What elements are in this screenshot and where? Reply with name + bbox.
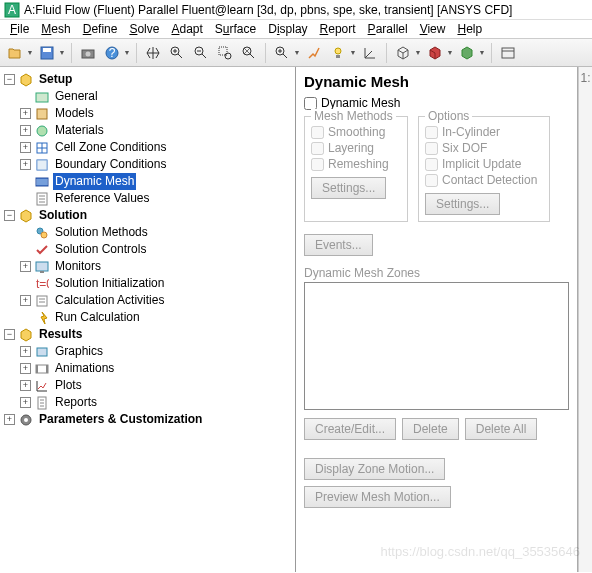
expand-icon[interactable]: + bbox=[20, 261, 31, 272]
expand-icon[interactable]: + bbox=[20, 108, 31, 119]
tree-sm[interactable]: Solution Methods bbox=[53, 224, 150, 241]
tree-gfx[interactable]: Graphics bbox=[53, 343, 105, 360]
tree-general[interactable]: General bbox=[53, 88, 100, 105]
dynamic-mesh-checkbox[interactable]: Dynamic Mesh bbox=[304, 96, 569, 110]
tree-bc[interactable]: Boundary Conditions bbox=[53, 156, 168, 173]
pan-icon[interactable] bbox=[142, 42, 164, 64]
svg-rect-22 bbox=[37, 160, 47, 170]
expand-icon[interactable]: + bbox=[4, 414, 15, 425]
collapse-icon[interactable]: − bbox=[4, 74, 15, 85]
si-icon: t=0 bbox=[34, 276, 50, 292]
panel-title: Dynamic Mesh bbox=[304, 73, 569, 90]
outline-tree[interactable]: − Setup General +Models +Materials +Cell… bbox=[0, 67, 296, 572]
menu-report[interactable]: Report bbox=[320, 22, 356, 36]
save-icon[interactable] bbox=[36, 42, 58, 64]
six-dof-option: Six DOF bbox=[425, 141, 543, 155]
tree-anim[interactable]: Animations bbox=[53, 360, 116, 377]
menu-parallel[interactable]: Parallel bbox=[368, 22, 408, 36]
tree-materials[interactable]: Materials bbox=[53, 122, 106, 139]
wireframe-icon[interactable] bbox=[392, 42, 414, 64]
menu-mesh[interactable]: Mesh bbox=[41, 22, 70, 36]
expand-icon[interactable]: + bbox=[20, 125, 31, 136]
camera-icon[interactable] bbox=[77, 42, 99, 64]
sc-icon bbox=[34, 242, 50, 258]
tree-solution[interactable]: Solution bbox=[37, 207, 89, 224]
tree-params[interactable]: Parameters & Customization bbox=[37, 411, 204, 428]
expand-icon[interactable]: + bbox=[20, 380, 31, 391]
menu-file[interactable]: File bbox=[10, 22, 29, 36]
menu-display[interactable]: Display bbox=[268, 22, 307, 36]
iso-icon[interactable] bbox=[456, 42, 478, 64]
tree-setup[interactable]: Setup bbox=[37, 71, 74, 88]
zoom-box-icon[interactable] bbox=[214, 42, 236, 64]
ref-icon bbox=[34, 191, 50, 207]
save-dropdown[interactable]: ▼ bbox=[58, 49, 66, 56]
zoom-out-icon[interactable] bbox=[190, 42, 212, 64]
tree-dynamic-mesh[interactable]: Dynamic Mesh bbox=[53, 173, 136, 190]
expand-icon[interactable]: + bbox=[20, 159, 31, 170]
light-dropdown[interactable]: ▼ bbox=[349, 49, 357, 56]
run-icon bbox=[34, 310, 50, 326]
help-icon[interactable]: ? bbox=[101, 42, 123, 64]
tree-sc[interactable]: Solution Controls bbox=[53, 241, 148, 258]
zoom-in2-icon[interactable] bbox=[271, 42, 293, 64]
task-panel: Dynamic Mesh Dynamic Mesh Mesh Methods S… bbox=[296, 67, 578, 572]
smoothing-option: Smoothing bbox=[311, 125, 401, 139]
tree-results[interactable]: Results bbox=[37, 326, 84, 343]
open-dropdown[interactable]: ▼ bbox=[26, 49, 34, 56]
events-button: Events... bbox=[304, 234, 373, 256]
zoom2-dropdown[interactable]: ▼ bbox=[293, 49, 301, 56]
collapse-icon[interactable]: − bbox=[4, 329, 15, 340]
menu-surface[interactable]: Surface bbox=[215, 22, 256, 36]
implicit-update-option: Implicit Update bbox=[425, 157, 543, 171]
wireframe-dropdown[interactable]: ▼ bbox=[414, 49, 422, 56]
sm-icon bbox=[34, 225, 50, 241]
tree-models[interactable]: Models bbox=[53, 105, 96, 122]
window-title: A:Fluid Flow (Fluent) Parallel Fluent@le… bbox=[24, 3, 512, 17]
shaded-icon[interactable] bbox=[424, 42, 446, 64]
zoom-in-icon[interactable] bbox=[166, 42, 188, 64]
tree-si[interactable]: Solution Initialization bbox=[53, 275, 166, 292]
axes-icon[interactable] bbox=[359, 42, 381, 64]
dm-icon bbox=[34, 174, 50, 190]
help-dropdown[interactable]: ▼ bbox=[123, 49, 131, 56]
dynamic-mesh-check-label: Dynamic Mesh bbox=[321, 96, 400, 110]
open-icon[interactable] bbox=[4, 42, 26, 64]
collapse-icon[interactable]: − bbox=[4, 210, 15, 221]
fit-icon[interactable] bbox=[238, 42, 260, 64]
svg-rect-27 bbox=[36, 262, 48, 271]
iso-dropdown[interactable]: ▼ bbox=[478, 49, 486, 56]
menu-adapt[interactable]: Adapt bbox=[171, 22, 202, 36]
expand-icon[interactable]: + bbox=[20, 397, 31, 408]
settings-button: Settings... bbox=[311, 177, 386, 199]
menu-define[interactable]: Define bbox=[83, 22, 118, 36]
tree-ca[interactable]: Calculation Activities bbox=[53, 292, 166, 309]
menu-help[interactable]: Help bbox=[457, 22, 482, 36]
expand-icon[interactable]: + bbox=[20, 363, 31, 374]
light-icon[interactable] bbox=[327, 42, 349, 64]
anim-icon bbox=[34, 361, 50, 377]
gfx-icon bbox=[34, 344, 50, 360]
probe-icon[interactable] bbox=[303, 42, 325, 64]
svg-rect-28 bbox=[40, 271, 44, 273]
shaded-dropdown[interactable]: ▼ bbox=[446, 49, 454, 56]
tree-run[interactable]: Run Calculation bbox=[53, 309, 142, 326]
mesh-methods-group: Mesh Methods Smoothing Layering Remeshin… bbox=[304, 116, 408, 222]
tree-mon[interactable]: Monitors bbox=[53, 258, 103, 275]
graphics-tab-strip[interactable]: 1: bbox=[578, 67, 592, 572]
dmz-label: Dynamic Mesh Zones bbox=[304, 266, 569, 280]
tree-reports[interactable]: Reports bbox=[53, 394, 99, 411]
expand-icon[interactable]: + bbox=[20, 295, 31, 306]
tree-plots[interactable]: Plots bbox=[53, 377, 84, 394]
view-icon[interactable] bbox=[497, 42, 519, 64]
dynamic-mesh-check-input[interactable] bbox=[304, 97, 317, 110]
menu-solve[interactable]: Solve bbox=[129, 22, 159, 36]
reports-icon bbox=[34, 395, 50, 411]
dmz-listbox[interactable] bbox=[304, 282, 569, 410]
menu-view[interactable]: View bbox=[420, 22, 446, 36]
expand-icon[interactable]: + bbox=[20, 142, 31, 153]
materials-icon bbox=[34, 123, 50, 139]
tree-czc[interactable]: Cell Zone Conditions bbox=[53, 139, 168, 156]
expand-icon[interactable]: + bbox=[20, 346, 31, 357]
tree-ref[interactable]: Reference Values bbox=[53, 190, 152, 207]
